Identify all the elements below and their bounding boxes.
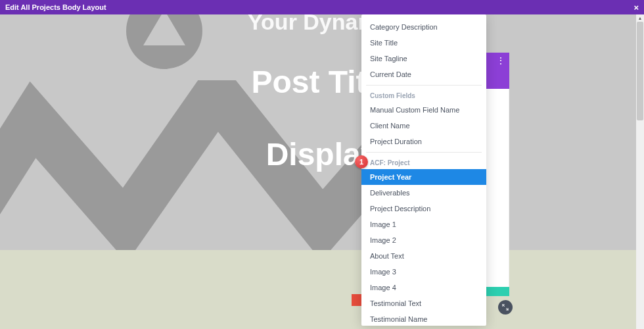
- dropdown-option[interactable]: Image 3: [366, 264, 482, 280]
- dropdown-option[interactable]: Image 4: [366, 280, 482, 295]
- dropdown-option[interactable]: Project Year: [361, 169, 486, 185]
- dynamic-content-dropdown: Category DescriptionSite TitleSite Tagli…: [361, 14, 486, 326]
- preview-background: Your Dynamic Post Title Display: [0, 14, 644, 250]
- scrollbar-up-arrow-icon[interactable]: ▲: [636, 14, 644, 21]
- editor-title: Edit All Projects Body Layout: [5, 3, 106, 11]
- dropdown-section-header: ACF: Project: [366, 152, 482, 169]
- preview-text-top: Your Dynamic: [0, 14, 644, 35]
- dropdown-option[interactable]: Project Duration: [366, 134, 482, 149]
- annotation-badge-1: 1: [355, 155, 368, 168]
- settings-modal-footer-accent: [486, 287, 509, 296]
- dropdown-option[interactable]: Current Date: [366, 66, 482, 82]
- delete-action-strip[interactable]: [352, 294, 362, 306]
- scrollbar-thumb[interactable]: [637, 22, 643, 120]
- settings-modal-strip: [486, 53, 509, 296]
- dropdown-option[interactable]: Image 2: [366, 232, 482, 248]
- dropdown-option[interactable]: Site Tagline: [366, 51, 482, 66]
- dropdown-option[interactable]: Testimonial Text: [366, 295, 482, 311]
- kebab-menu-icon[interactable]: ⋮: [496, 59, 505, 62]
- dropdown-option[interactable]: Site Title: [366, 35, 482, 51]
- dropdown-option[interactable]: Manual Custom Field Name: [366, 102, 482, 118]
- dropdown-option[interactable]: Category Description: [366, 19, 482, 35]
- dropdown-option[interactable]: Image 1: [366, 216, 482, 232]
- page-scrollbar[interactable]: ▲: [636, 14, 644, 329]
- expand-modal-button[interactable]: [498, 300, 513, 315]
- close-icon[interactable]: ×: [633, 3, 639, 13]
- placeholder-logo-icon: [125, 14, 204, 70]
- dropdown-option[interactable]: Client Name: [366, 118, 482, 134]
- dropdown-section-header: Custom Fields: [366, 85, 482, 102]
- dropdown-option[interactable]: About Text: [366, 248, 482, 264]
- expand-icon: [501, 303, 509, 311]
- editor-header-bar: Edit All Projects Body Layout ×: [0, 0, 644, 14]
- dropdown-option[interactable]: Deliverables: [366, 185, 482, 201]
- preview-lower-section: [0, 250, 644, 329]
- dropdown-option[interactable]: Testimonial Name: [366, 311, 482, 326]
- dropdown-option[interactable]: Project Description: [366, 201, 482, 216]
- settings-modal-header: ⋮: [486, 53, 509, 89]
